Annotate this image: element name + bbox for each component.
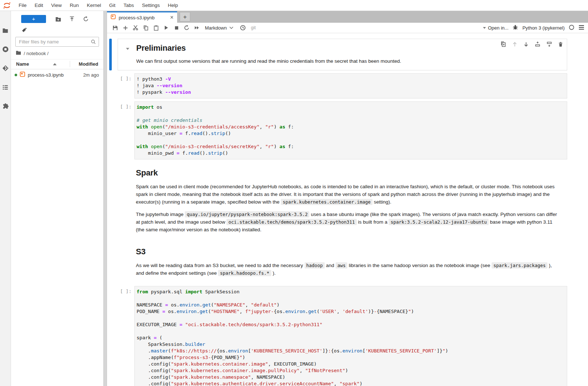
cut-cells-icon[interactable]	[130, 23, 141, 32]
menu-tabs[interactable]: Tabs	[119, 3, 138, 8]
tab-title: process-s3.ipynb	[119, 15, 167, 20]
notebook-tab-icon	[111, 14, 116, 21]
code-editor[interactable]: import os # get minio credentialswith op…	[134, 101, 567, 159]
duplicate-cell-icon[interactable]	[500, 41, 506, 49]
menu-settings[interactable]: Settings	[138, 3, 164, 8]
run-cell-icon[interactable]	[161, 23, 171, 32]
add-cell-icon[interactable]	[120, 23, 130, 32]
inline-code: spark.jars.packages	[492, 262, 547, 269]
inline-code: aws	[336, 262, 348, 269]
input-prompt: [ ]:	[112, 286, 134, 386]
file-name: process-s3.ipynb	[28, 72, 81, 78]
input-prompt: [ ]:	[112, 101, 134, 159]
menu-view[interactable]: View	[47, 3, 66, 8]
cell-type-value: Markdown	[205, 25, 227, 31]
debugger-bug-icon[interactable]	[512, 24, 518, 31]
kernel-status-icon[interactable]	[569, 24, 574, 31]
tab-close-icon[interactable]: ×	[170, 15, 173, 20]
notebook-file-icon	[20, 72, 25, 78]
file-list-header: Name Modified	[11, 59, 103, 69]
git-sidebar-icon[interactable]	[2, 65, 9, 72]
dock-tab-bar: process-s3.ipynb × +	[107, 11, 588, 23]
markdown-cell-preliminaries[interactable]: Preliminaries We can first output some v…	[107, 39, 588, 70]
column-modified[interactable]: Modified	[70, 61, 100, 67]
git-clone-icon[interactable]	[21, 28, 27, 34]
notebook-toolbar: Markdown git Open in... Python 3 (ipyker…	[107, 23, 588, 33]
input-prompt: [ ]:	[112, 73, 134, 99]
md-heading-s3: S3	[136, 247, 560, 256]
left-sidebar	[0, 11, 11, 386]
breadcrumb-path: / notebook /	[24, 51, 49, 56]
column-name[interactable]: Name	[16, 61, 29, 67]
tab-process-s3[interactable]: process-s3.ipynb ×	[107, 11, 177, 23]
md-paragraph: We can first output some versions that a…	[136, 57, 560, 65]
menu-kernel[interactable]: Kernel	[83, 3, 105, 8]
breadcrumb[interactable]: / notebook /	[11, 47, 103, 59]
inline-code: spark.hadoopo.fs.*	[218, 270, 271, 276]
cell-collapser[interactable]	[109, 39, 112, 70]
menu-edit[interactable]: Edit	[31, 3, 47, 8]
app-logo-icon	[2, 1, 12, 9]
kernel-running-dot	[15, 74, 17, 76]
restart-kernel-icon[interactable]	[182, 23, 192, 32]
paste-cells-icon[interactable]	[151, 23, 161, 32]
open-in-dropdown[interactable]: Open in...	[483, 25, 508, 31]
extension-manager-icon[interactable]	[2, 103, 9, 109]
table-of-contents-icon[interactable]	[2, 84, 9, 90]
code-cell-spark-session[interactable]: [ ]: from pyspark.sql import SparkSessio…	[107, 286, 588, 386]
menu-run[interactable]: Run	[66, 3, 83, 8]
code-editor[interactable]: from pyspark.sql import SparkSession NAM…	[134, 286, 567, 386]
insert-cell-below-icon[interactable]	[546, 41, 552, 49]
menu-file[interactable]: File	[15, 3, 31, 8]
restart-run-all-icon[interactable]	[192, 23, 202, 32]
open-in-label: Open in...	[488, 25, 508, 31]
markdown-cell-spark[interactable]: Spark Spark can be used in client mode (…	[107, 161, 588, 238]
refresh-icon[interactable]	[79, 16, 93, 22]
toolbar-menu-icon[interactable]	[579, 25, 584, 31]
md-paragraph: The jupyterhub image quay.io/jupyter/pys…	[136, 211, 560, 233]
cell-collapser[interactable]	[109, 101, 112, 159]
running-sessions-icon[interactable]	[2, 46, 9, 53]
menu-bar: File Edit View Run Kernel Git Tabs Setti…	[0, 0, 588, 11]
kernel-name-label[interactable]: Python 3 (ipykernel)	[522, 25, 565, 31]
md-heading-spark: Spark	[136, 168, 560, 178]
cell-type-dropdown[interactable]: Markdown	[205, 25, 233, 31]
new-tab-button[interactable]: +	[180, 12, 190, 22]
move-cell-up-icon[interactable]	[512, 42, 518, 49]
file-modified: 2m ago	[83, 72, 99, 78]
cell-collapser[interactable]	[109, 73, 112, 99]
clock-icon[interactable]	[238, 23, 248, 32]
file-browser-tab-icon[interactable]	[2, 27, 9, 34]
cell-collapser[interactable]	[109, 240, 112, 282]
upload-icon[interactable]	[65, 16, 79, 22]
code-cell-credentials[interactable]: [ ]: import os # get minio credentialswi…	[107, 101, 588, 159]
heading-collapse-icon[interactable]	[126, 45, 130, 52]
new-folder-icon[interactable]	[51, 16, 65, 22]
panel-resize-handle[interactable]	[103, 11, 107, 386]
cell-collapser[interactable]	[109, 286, 112, 386]
md-heading-preliminaries: Preliminaries	[136, 43, 560, 53]
code-cell-versions[interactable]: [ ]: ! python3 -V! java --version! pyspa…	[107, 73, 588, 99]
git-clone-row	[11, 24, 103, 34]
menu-help[interactable]: Help	[164, 3, 182, 8]
notebook-scroll-area[interactable]: Preliminaries We can first output some v…	[107, 33, 588, 386]
insert-cell-above-icon[interactable]	[535, 41, 541, 49]
home-folder-icon[interactable]	[16, 50, 21, 56]
file-browser-toolbar: +	[11, 11, 103, 24]
interrupt-kernel-icon[interactable]	[171, 23, 182, 32]
code-editor[interactable]: ! python3 -V! java --version! pyspark --…	[134, 73, 567, 99]
delete-cell-icon[interactable]	[558, 42, 563, 49]
menu-git[interactable]: Git	[105, 3, 119, 8]
filter-files-input[interactable]	[15, 37, 99, 47]
md-paragraph: As we will be reading data from an S3 bu…	[136, 262, 560, 277]
file-row-process-s3[interactable]: process-s3.ipynb 2m ago	[11, 69, 103, 80]
inline-code: spark.kubernetes.container.image	[281, 199, 373, 205]
sort-ascending-icon[interactable]	[53, 63, 57, 65]
markdown-cell-s3[interactable]: S3 As we will be reading data from an S3…	[107, 240, 588, 282]
move-cell-down-icon[interactable]	[523, 42, 529, 49]
copy-cells-icon[interactable]	[141, 23, 151, 32]
search-icon	[91, 39, 96, 46]
save-icon[interactable]	[110, 23, 120, 32]
new-launcher-button[interactable]: +	[21, 15, 46, 23]
cell-collapser[interactable]	[109, 161, 112, 238]
